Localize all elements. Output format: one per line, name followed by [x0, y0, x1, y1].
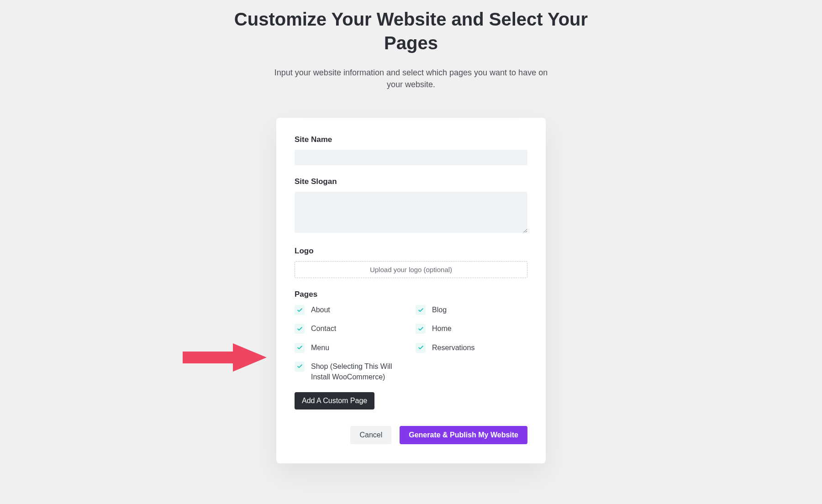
- page-item-contact: Contact: [295, 323, 406, 334]
- pages-grid: About Blog Contact: [295, 304, 527, 382]
- annotation-arrow-icon: [183, 341, 269, 373]
- generate-publish-button[interactable]: Generate & Publish My Website: [400, 426, 527, 444]
- page-label-reservations: Reservations: [432, 342, 474, 353]
- page-label-menu: Menu: [311, 342, 329, 353]
- page-checkbox-home[interactable]: [416, 324, 426, 334]
- cancel-button[interactable]: Cancel: [350, 426, 391, 444]
- page-item-reservations: Reservations: [416, 342, 527, 353]
- add-custom-page-button[interactable]: Add A Custom Page: [295, 392, 374, 410]
- logo-label: Logo: [295, 247, 527, 256]
- page-label-blog: Blog: [432, 304, 447, 315]
- check-icon: [297, 307, 303, 313]
- page-checkbox-about[interactable]: [295, 305, 305, 315]
- page-container: Customize Your Website and Select Your P…: [0, 0, 822, 463]
- page-checkbox-contact[interactable]: [295, 324, 305, 334]
- check-icon: [297, 345, 303, 351]
- page-title: Customize Your Website and Select Your P…: [206, 7, 616, 55]
- site-name-label: Site Name: [295, 135, 527, 144]
- logo-upload-zone[interactable]: Upload your logo (optional): [295, 261, 527, 278]
- page-item-menu: Menu: [295, 342, 406, 353]
- page-subtitle: Input your website information and selec…: [274, 67, 548, 90]
- page-item-about: About: [295, 304, 406, 315]
- pages-label: Pages: [295, 290, 527, 299]
- check-icon: [297, 326, 303, 332]
- footer-buttons: Cancel Generate & Publish My Website: [295, 426, 527, 444]
- customize-card: Site Name Site Slogan Logo Upload your l…: [276, 118, 546, 463]
- logo-upload-text: Upload your logo (optional): [370, 266, 452, 273]
- check-icon: [297, 363, 303, 369]
- page-label-home: Home: [432, 323, 452, 334]
- check-icon: [418, 326, 424, 332]
- page-item-home: Home: [416, 323, 527, 334]
- check-icon: [418, 345, 424, 351]
- logo-group: Logo Upload your logo (optional): [295, 247, 527, 278]
- check-icon: [418, 307, 424, 313]
- page-checkbox-blog[interactable]: [416, 305, 426, 315]
- site-slogan-group: Site Slogan: [295, 177, 527, 235]
- site-name-group: Site Name: [295, 135, 527, 165]
- pages-group: Pages About Blog: [295, 290, 527, 410]
- page-checkbox-reservations[interactable]: [416, 343, 426, 353]
- page-checkbox-menu[interactable]: [295, 343, 305, 353]
- site-slogan-input[interactable]: [295, 192, 527, 233]
- page-label-shop: Shop (Selecting This Will Install WooCom…: [311, 361, 406, 382]
- site-slogan-label: Site Slogan: [295, 177, 527, 186]
- page-label-about: About: [311, 304, 330, 315]
- page-checkbox-shop[interactable]: [295, 362, 305, 372]
- page-item-shop: Shop (Selecting This Will Install WooCom…: [295, 361, 406, 382]
- page-item-blog: Blog: [416, 304, 527, 315]
- page-label-contact: Contact: [311, 323, 336, 334]
- site-name-input[interactable]: [295, 150, 527, 165]
- svg-marker-0: [183, 343, 267, 372]
